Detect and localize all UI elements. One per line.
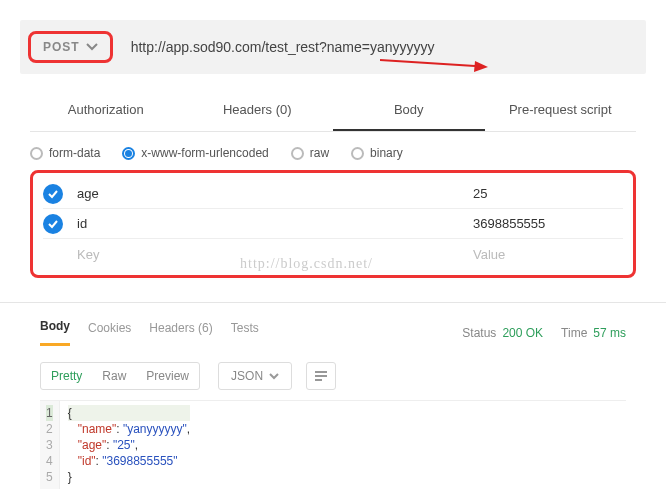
request-bar: POST bbox=[20, 20, 646, 74]
param-check-icon[interactable] bbox=[43, 184, 63, 204]
chevron-down-icon bbox=[86, 43, 98, 51]
section-divider bbox=[0, 302, 666, 303]
resp-tab-headers[interactable]: Headers (6) bbox=[149, 321, 212, 345]
tab-headers[interactable]: Headers (0) bbox=[182, 92, 334, 131]
code-key: "age" bbox=[78, 438, 107, 452]
wrap-icon bbox=[314, 370, 328, 382]
request-url-input[interactable] bbox=[131, 39, 638, 55]
param-value-input[interactable]: Value bbox=[473, 247, 623, 262]
status-label: Status bbox=[462, 326, 496, 340]
param-row: age 25 bbox=[43, 179, 623, 209]
code-key: "name" bbox=[78, 422, 117, 436]
code-key: "id" bbox=[78, 454, 96, 468]
tab-authorization[interactable]: Authorization bbox=[30, 92, 182, 131]
code-value: "25" bbox=[113, 438, 135, 452]
radio-form-data[interactable]: form-data bbox=[30, 146, 100, 160]
request-tabs: Authorization Headers (0) Body Pre-reque… bbox=[30, 92, 636, 132]
response-code-viewer: 12345 { "name": "yanyyyyyy", "age": "25"… bbox=[40, 400, 626, 489]
response-section: Body Cookies Headers (6) Tests Status 20… bbox=[40, 319, 626, 489]
code-gutter: 12345 bbox=[40, 401, 60, 489]
code-line: { bbox=[68, 406, 72, 420]
status-value: 200 OK bbox=[502, 326, 543, 340]
resp-tab-cookies[interactable]: Cookies bbox=[88, 321, 131, 345]
code-value: "yanyyyyyy" bbox=[123, 422, 187, 436]
param-check-icon[interactable] bbox=[43, 244, 63, 264]
resp-tab-body[interactable]: Body bbox=[40, 319, 70, 346]
http-method-label: POST bbox=[43, 40, 80, 54]
time-value: 57 ms bbox=[593, 326, 626, 340]
code-line: } bbox=[68, 470, 72, 484]
radio-binary-label: binary bbox=[370, 146, 403, 160]
format-dropdown[interactable]: JSON bbox=[218, 362, 292, 390]
radio-raw[interactable]: raw bbox=[291, 146, 329, 160]
view-preview-button[interactable]: Preview bbox=[136, 363, 199, 389]
radio-urlencoded[interactable]: x-www-form-urlencoded bbox=[122, 146, 268, 160]
response-view-row: Pretty Raw Preview JSON bbox=[40, 362, 626, 390]
body-type-row: form-data x-www-form-urlencoded raw bina… bbox=[30, 146, 636, 160]
param-key-input[interactable]: age bbox=[77, 186, 459, 201]
radio-form-data-label: form-data bbox=[49, 146, 100, 160]
tab-body[interactable]: Body bbox=[333, 92, 485, 131]
response-meta: Status 200 OK Time 57 ms bbox=[462, 326, 626, 340]
http-method-dropdown[interactable]: POST bbox=[28, 31, 113, 63]
format-label: JSON bbox=[231, 369, 263, 383]
time-label: Time bbox=[561, 326, 587, 340]
radio-raw-label: raw bbox=[310, 146, 329, 160]
param-value-input[interactable]: 3698855555 bbox=[473, 216, 623, 231]
radio-binary[interactable]: binary bbox=[351, 146, 403, 160]
param-row: id 3698855555 bbox=[43, 209, 623, 239]
resp-tab-tests[interactable]: Tests bbox=[231, 321, 259, 345]
param-key-input[interactable]: id bbox=[77, 216, 459, 231]
param-row-empty: Key Value bbox=[43, 239, 623, 269]
wrap-toggle-button[interactable] bbox=[306, 362, 336, 390]
view-pretty-button[interactable]: Pretty bbox=[41, 363, 92, 389]
view-raw-button[interactable]: Raw bbox=[92, 363, 136, 389]
body-params-box: age 25 id 3698855555 Key Value bbox=[30, 170, 636, 278]
tab-prerequest[interactable]: Pre-request script bbox=[485, 92, 637, 131]
code-value: "3698855555" bbox=[102, 454, 177, 468]
chevron-down-icon bbox=[269, 373, 279, 380]
param-key-input[interactable]: Key bbox=[77, 247, 459, 262]
radio-urlencoded-label: x-www-form-urlencoded bbox=[141, 146, 268, 160]
param-check-icon[interactable] bbox=[43, 214, 63, 234]
param-value-input[interactable]: 25 bbox=[473, 186, 623, 201]
response-tabs: Body Cookies Headers (6) Tests Status 20… bbox=[40, 319, 626, 346]
code-body[interactable]: { "name": "yanyyyyyy", "age": "25", "id"… bbox=[60, 401, 198, 489]
view-mode-group: Pretty Raw Preview bbox=[40, 362, 200, 390]
